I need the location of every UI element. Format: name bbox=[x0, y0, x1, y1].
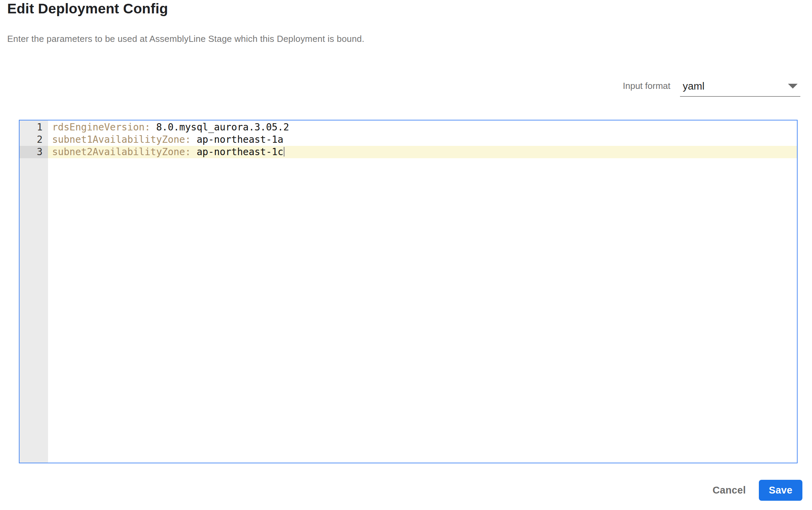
dropdown-arrow-icon bbox=[788, 84, 798, 89]
code-editor[interactable]: 1 2 3 rdsEngineVersion: 8.0.mysql_aurora… bbox=[19, 120, 798, 463]
input-format-label: Input format bbox=[623, 81, 670, 97]
yaml-value: ap-northeast-1a bbox=[196, 134, 283, 145]
code-line-active[interactable]: subnet2AvailabilityZone: ap-northeast-1c bbox=[48, 146, 797, 158]
editor-gutter: 1 2 3 bbox=[20, 120, 48, 463]
page-title: Edit Deployment Config bbox=[7, 1, 168, 17]
cancel-button[interactable]: Cancel bbox=[705, 480, 753, 501]
line-number-active: 3 bbox=[20, 146, 48, 158]
text-cursor bbox=[284, 147, 285, 157]
code-line[interactable]: rdsEngineVersion: 8.0.mysql_aurora.3.05.… bbox=[48, 121, 797, 134]
page-subtitle: Enter the parameters to be used at Assem… bbox=[7, 34, 365, 44]
input-format-select[interactable]: yaml bbox=[680, 78, 800, 97]
yaml-value: ap-northeast-1c bbox=[196, 146, 283, 158]
line-number: 1 bbox=[20, 121, 48, 134]
save-button[interactable]: Save bbox=[759, 480, 802, 501]
yaml-key: subnet1AvailabilityZone: bbox=[52, 134, 191, 145]
editor-code-area[interactable]: rdsEngineVersion: 8.0.mysql_aurora.3.05.… bbox=[48, 120, 797, 463]
footer-actions: Cancel Save bbox=[705, 480, 802, 501]
code-line[interactable]: subnet1AvailabilityZone: ap-northeast-1a bbox=[48, 134, 797, 146]
line-number: 2 bbox=[20, 134, 48, 146]
input-format-row: Input format yaml bbox=[623, 78, 800, 97]
yaml-value: 8.0.mysql_aurora.3.05.2 bbox=[156, 121, 289, 133]
input-format-value: yaml bbox=[683, 80, 704, 92]
yaml-key: subnet2AvailabilityZone: bbox=[52, 146, 191, 158]
yaml-key: rdsEngineVersion: bbox=[52, 121, 151, 133]
